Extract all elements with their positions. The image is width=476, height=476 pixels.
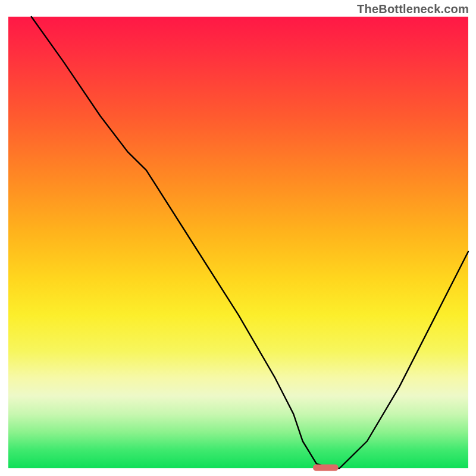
chart-canvas: TheBottleneck.com	[0, 0, 476, 476]
chart-overlay	[8, 17, 468, 468]
bottleneck-curve	[32, 17, 468, 468]
min-marker	[313, 465, 339, 471]
watermark-text: TheBottleneck.com	[357, 2, 469, 16]
